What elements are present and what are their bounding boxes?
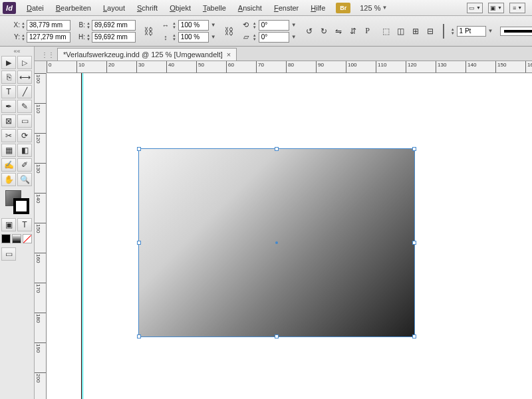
- path-p-icon[interactable]: P: [362, 25, 374, 37]
- view-mode[interactable]: ▭: [1, 247, 16, 261]
- resize-handle[interactable]: [412, 334, 416, 338]
- horizontal-ruler[interactable]: 0102030405060708090100110120130140150160: [47, 61, 532, 73]
- rotate-input[interactable]: [259, 20, 289, 31]
- resize-handle[interactable]: [137, 147, 141, 151]
- menubar: Id Datei Bearbeiten Layout Schrift Objek…: [0, 0, 532, 16]
- height-input[interactable]: [92, 32, 136, 43]
- resize-handle[interactable]: [412, 241, 416, 245]
- flip-v-icon[interactable]: ⇵: [347, 25, 359, 37]
- transform-tool[interactable]: ⟳: [17, 129, 32, 142]
- menu-fenster[interactable]: Fenster: [269, 3, 304, 13]
- stroke-style[interactable]: [500, 27, 532, 36]
- pen-tool[interactable]: ✒: [1, 100, 16, 113]
- shear-input[interactable]: [259, 32, 289, 43]
- scissors-tool[interactable]: ✂: [1, 129, 16, 142]
- rotate-icon: ⟲: [241, 21, 251, 30]
- center-point[interactable]: [275, 241, 278, 244]
- gradient-swatch-tool[interactable]: ▦: [1, 144, 16, 157]
- bridge-badge[interactable]: Br: [336, 3, 350, 13]
- fill-stroke-proxy[interactable]: [5, 190, 29, 214]
- formatting-text[interactable]: T: [17, 218, 32, 231]
- menu-hilfe[interactable]: Hilfe: [305, 3, 331, 13]
- control-panel: X:▲▼ Y:▲▼ B:▲▼ H:▲▼ ⛓ ↔▲▼▼ ↕▲▼▼ ⛓ ⟲▲▼▼ ▱…: [0, 16, 532, 47]
- canvas[interactable]: [47, 73, 532, 399]
- constrain-scale-icon[interactable]: ⛓: [223, 26, 235, 37]
- resize-handle[interactable]: [412, 147, 416, 151]
- pencil-tool[interactable]: ✎: [17, 100, 32, 113]
- gradient-feather-tool[interactable]: ◧: [17, 144, 32, 157]
- vertical-guide[interactable]: [82, 73, 83, 399]
- rectangle-frame-tool[interactable]: ⊠: [1, 114, 16, 128]
- apply-none[interactable]: [23, 234, 32, 243]
- x-input[interactable]: [27, 20, 70, 31]
- tab-overflow-icon[interactable]: ⋮⋮: [39, 49, 57, 61]
- page-tool[interactable]: ⎘: [1, 70, 16, 84]
- formatting-container[interactable]: ▣: [1, 218, 16, 231]
- document-tab[interactable]: *Verlaufswerkzeug.indd @ 125 % [Umgewand…: [57, 48, 237, 61]
- align-icon-1[interactable]: ⊞: [410, 25, 422, 37]
- gradient-rectangle[interactable]: [138, 148, 415, 337]
- constrain-wh-icon[interactable]: ⛓: [142, 26, 154, 37]
- zoom-level[interactable]: 125 %▼: [360, 4, 387, 12]
- y-input[interactable]: [27, 32, 70, 43]
- menu-bearbeiten[interactable]: Bearbeiten: [51, 3, 96, 13]
- scale-y-icon: ↕: [161, 33, 170, 42]
- resize-handle[interactable]: [275, 334, 279, 338]
- rotate-ccw-icon[interactable]: ↺: [303, 25, 315, 37]
- apply-gradient[interactable]: [12, 234, 21, 243]
- menu-schrift[interactable]: Schrift: [132, 3, 163, 13]
- width-input[interactable]: [92, 20, 136, 31]
- line-tool[interactable]: ╱: [17, 85, 32, 98]
- app-icon: Id: [3, 2, 16, 14]
- align-icon-2[interactable]: ⊟: [424, 25, 436, 37]
- close-tab-icon[interactable]: ×: [227, 51, 231, 59]
- gap-tool[interactable]: ⟷: [17, 70, 32, 84]
- scale-x-input[interactable]: [178, 20, 209, 31]
- scale-x-icon: ↔: [161, 21, 170, 30]
- type-tool[interactable]: T: [1, 85, 16, 98]
- flip-h-icon[interactable]: ⇋: [332, 25, 344, 37]
- stroke-weight-input[interactable]: [457, 26, 486, 37]
- tab-label: *Verlaufswerkzeug.indd @ 125 % [Umgewand…: [63, 51, 223, 59]
- selection-tool[interactable]: ▶: [1, 56, 16, 69]
- rectangle-tool[interactable]: ▭: [17, 114, 32, 128]
- zoom-tool[interactable]: 🔍: [17, 173, 32, 186]
- tab-bar: ⋮⋮ *Verlaufswerkzeug.indd @ 125 % [Umgew…: [35, 47, 532, 61]
- select-content-icon[interactable]: ◫: [395, 25, 407, 37]
- menu-objekt[interactable]: Objekt: [164, 3, 196, 13]
- rotate-flip-cluster: ↺ ↻ ⇋ ⇵ P: [303, 25, 374, 37]
- note-tool[interactable]: ✍: [1, 158, 16, 172]
- shear-icon: ▱: [241, 33, 251, 42]
- fill-swatch[interactable]: [443, 24, 444, 39]
- hand-tool[interactable]: ✋: [1, 173, 16, 186]
- direct-selection-tool[interactable]: ▷: [17, 56, 32, 69]
- rotate-cw-icon[interactable]: ↻: [318, 25, 330, 37]
- resize-handle[interactable]: [137, 241, 141, 245]
- menu-ansicht[interactable]: Ansicht: [233, 3, 267, 13]
- apply-color[interactable]: [1, 234, 11, 243]
- eyedropper-tool[interactable]: ✐: [17, 158, 32, 172]
- resize-handle[interactable]: [137, 334, 141, 338]
- menu-layout[interactable]: Layout: [98, 3, 130, 13]
- align-cluster: ⬚ ◫ ⊞ ⊟: [380, 25, 436, 37]
- screen-mode-menu[interactable]: ▭▼: [467, 3, 483, 13]
- vertical-ruler[interactable]: 100110120130140150160170180190200: [35, 73, 47, 399]
- workspace-menu[interactable]: ≡▼: [509, 3, 525, 13]
- select-container-icon[interactable]: ⬚: [380, 25, 392, 37]
- menu-tabelle[interactable]: Tabelle: [198, 3, 231, 13]
- menu-datei[interactable]: Datei: [21, 3, 49, 13]
- reference-point[interactable]: [4, 24, 5, 39]
- tools-panel: «« ▶▷ ⎘⟷ T╱ ✒✎ ⊠▭ ✂⟳ ▦◧ ✍✐ ✋🔍 ▣T ▭: [0, 47, 35, 399]
- arrange-menu[interactable]: ▣▼: [488, 3, 504, 13]
- resize-handle[interactable]: [275, 147, 279, 151]
- scale-y-input[interactable]: [178, 32, 209, 43]
